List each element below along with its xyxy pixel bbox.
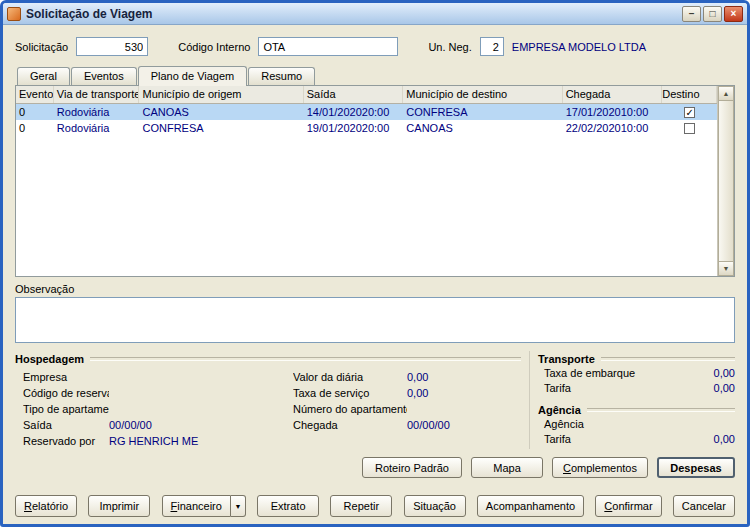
col-destino[interactable]: Destino xyxy=(662,86,717,103)
close-button[interactable]: × xyxy=(724,6,743,22)
right-groups: Transporte Taxa de embarque 0,00 Tarifa … xyxy=(529,351,735,449)
agencia-title: Agência xyxy=(538,404,581,416)
transporte-group-header: Transporte xyxy=(538,351,735,366)
reservado-por-label: Reservado por xyxy=(23,433,109,449)
tab-geral[interactable]: Geral xyxy=(17,67,70,85)
empresa-value xyxy=(109,369,293,385)
codigo-interno-label: Código Interno xyxy=(178,41,250,53)
solicitacao-input[interactable] xyxy=(76,37,148,56)
hospedagem-group-header: Hospedagem xyxy=(15,351,521,366)
solicitacao-label: Solicitação xyxy=(15,41,68,53)
roteiro-padrao-button[interactable]: Roteiro Padrão xyxy=(362,457,462,478)
transporte-title: Transporte xyxy=(538,353,595,365)
col-evento[interactable]: Evento xyxy=(16,86,54,103)
cell-municipio-destino: CONFRESA xyxy=(403,104,562,120)
app-icon xyxy=(7,7,21,21)
titlebar[interactable]: Solicitação de Viagem – □ × xyxy=(3,3,747,25)
cell-evento: 0 xyxy=(16,104,54,120)
valor-diaria-label: Valor da diária xyxy=(293,369,407,385)
company-name: EMPRESA MODELO LTDA xyxy=(512,41,646,53)
cell-destino: ✓ xyxy=(662,104,717,120)
table-row[interactable]: 0RodoviáriaCONFRESA19/01/202020:00CANOAS… xyxy=(16,120,717,136)
numero-apartamento-label: Número do apartamento xyxy=(293,401,407,417)
acompanhamento-button[interactable]: Acompanhamento xyxy=(477,495,584,517)
header-fields: Solicitação Código Interno Un. Neg. EMPR… xyxy=(15,37,735,56)
destino-checkbox[interactable]: ✓ xyxy=(684,107,695,118)
complementos-button[interactable]: Complementos xyxy=(552,457,648,478)
tab-eventos[interactable]: Eventos xyxy=(71,67,137,85)
taxa-embarque-value: 0,00 xyxy=(714,366,735,381)
col-municipio-origem[interactable]: Município de origem xyxy=(139,86,303,103)
transporte-tarifa-value: 0,00 xyxy=(714,381,735,396)
codigo-interno-input[interactable] xyxy=(258,37,398,56)
hospedagem-group: Hospedagem Empresa Valor da diária 0,00 … xyxy=(15,351,529,449)
empresa-label: Empresa xyxy=(23,369,109,385)
window-controls: – □ × xyxy=(682,6,743,22)
hospedagem-saida-value: 00/00/00 xyxy=(109,417,293,433)
window-title: Solicitação de Viagem xyxy=(26,7,677,21)
travel-plan-table: Evento Via de transporte Município de or… xyxy=(15,85,735,277)
agencia-group-header: Agência xyxy=(538,402,735,417)
hospedagem-title: Hospedagem xyxy=(15,353,84,365)
cell-evento: 0 xyxy=(16,120,54,136)
tipo-apartamento-label: Tipo de apartamento xyxy=(23,401,109,417)
solicitacao-viagem-window: Solicitação de Viagem – □ × Solicitação … xyxy=(0,0,750,527)
financeiro-button-group: Financeiro▼ xyxy=(162,495,246,517)
un-neg-input[interactable] xyxy=(480,37,504,56)
col-via-transporte[interactable]: Via de transporte xyxy=(54,86,140,103)
cell-via-transporte: Rodoviária xyxy=(54,120,140,136)
hospedagem-chegada-label: Chegada xyxy=(293,417,407,433)
hospedagem-saida-label: Saída xyxy=(23,417,109,433)
col-municipio-destino[interactable]: Município de destino xyxy=(403,86,562,103)
tab-plano-de-viagem[interactable]: Plano de Viagem xyxy=(138,66,248,86)
scroll-thumb[interactable] xyxy=(718,101,734,261)
repetir-button[interactable]: Repetir xyxy=(330,495,392,517)
bottom-buttons: RelatórioImprimirFinanceiro▼ExtratoRepet… xyxy=(15,495,735,517)
taxa-servico-value: 0,00 xyxy=(407,385,521,401)
agencia-tarifa-label: Tarifa xyxy=(544,432,714,447)
cell-destino xyxy=(662,120,717,136)
relatorio-button[interactable]: Relatório xyxy=(15,495,77,517)
tab-resumo[interactable]: Resumo xyxy=(248,67,315,85)
cell-municipio-destino: CANOAS xyxy=(403,120,562,136)
tab-strip: Geral Eventos Plano de Viagem Resumo xyxy=(15,65,735,85)
taxa-embarque-label: Taxa de embarque xyxy=(544,366,714,381)
financeiro-dropdown-button[interactable]: ▼ xyxy=(231,495,246,517)
extrato-button[interactable]: Extrato xyxy=(257,495,319,517)
agencia-label: Agência xyxy=(544,417,735,432)
numero-apartamento-value xyxy=(407,401,521,417)
cancelar-button[interactable]: Cancelar xyxy=(673,495,735,517)
agencia-group: Agência Agência Tarifa 0,00 xyxy=(538,402,735,447)
scroll-down-button[interactable]: ▼ xyxy=(718,261,734,276)
vertical-scrollbar: ▲ ▼ xyxy=(717,86,734,276)
cell-municipio-origem: CONFRESA xyxy=(139,120,303,136)
cell-saida: 19/01/202020:00 xyxy=(304,120,404,136)
transporte-group: Transporte Taxa de embarque 0,00 Tarifa … xyxy=(538,351,735,396)
situacao-button[interactable]: Situação xyxy=(404,495,466,517)
maximize-button[interactable]: □ xyxy=(703,6,722,22)
imprimir-button[interactable]: Imprimir xyxy=(88,495,150,517)
destino-checkbox[interactable] xyxy=(684,123,695,134)
col-saida[interactable]: Saída xyxy=(304,86,404,103)
hospedagem-chegada-value: 00/00/00 xyxy=(407,417,521,433)
agencia-tarifa-value: 0,00 xyxy=(714,432,735,447)
table-body: 0RodoviáriaCANOAS14/01/202020:00CONFRESA… xyxy=(16,104,717,276)
tipo-apartamento-value xyxy=(109,401,293,417)
mapa-button[interactable]: Mapa xyxy=(471,457,543,478)
despesas-button[interactable]: Despesas xyxy=(657,457,735,478)
observacao-textarea[interactable] xyxy=(15,297,735,343)
observacao-label: Observação xyxy=(15,283,735,295)
col-chegada[interactable]: Chegada xyxy=(563,86,663,103)
lower-panel: Hospedagem Empresa Valor da diária 0,00 … xyxy=(15,351,735,449)
codigo-reserva-value xyxy=(109,385,293,401)
cell-municipio-origem: CANOAS xyxy=(139,104,303,120)
confirmar-button[interactable]: Confirmar xyxy=(595,495,661,517)
reservado-por-value: RG HENRICH ME xyxy=(109,433,293,449)
cell-chegada: 17/01/202010:00 xyxy=(563,104,663,120)
codigo-reserva-label: Código de reserva xyxy=(23,385,109,401)
financeiro-button[interactable]: Financeiro xyxy=(162,495,231,517)
scroll-up-button[interactable]: ▲ xyxy=(718,86,734,101)
minimize-button[interactable]: – xyxy=(682,6,701,22)
cell-saida: 14/01/202020:00 xyxy=(304,104,404,120)
table-row[interactable]: 0RodoviáriaCANOAS14/01/202020:00CONFRESA… xyxy=(16,104,717,120)
